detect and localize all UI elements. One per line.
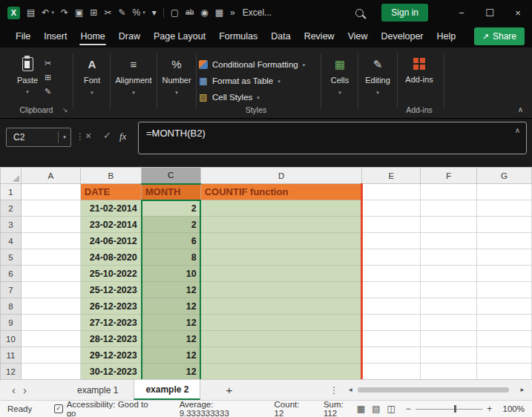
cell-F7[interactable] <box>421 282 477 298</box>
cell-C4[interactable]: 6 <box>141 233 200 249</box>
cut-icon[interactable]: ✂ <box>45 59 51 68</box>
cell-D7[interactable] <box>200 282 362 298</box>
camera-icon[interactable]: ◉ <box>200 8 208 17</box>
cell-A6[interactable] <box>21 266 80 282</box>
zoom-level[interactable]: 100% <box>499 404 525 413</box>
cell-F10[interactable] <box>421 331 477 347</box>
cell-G11[interactable] <box>477 347 532 364</box>
cell-C7[interactable]: 12 <box>141 282 200 298</box>
row-header-4[interactable]: 4 <box>1 233 22 249</box>
cell-styles-button[interactable]: ▧ Cell Styles ▾ <box>199 89 319 105</box>
cell-G12[interactable] <box>477 364 532 380</box>
cell-A4[interactable] <box>21 233 80 249</box>
cell-D3[interactable] <box>200 217 362 233</box>
row-header-8[interactable]: 8 <box>1 298 22 315</box>
format-painter-icon[interactable]: ✎ <box>118 8 125 17</box>
page-break-view-icon[interactable]: ◫ <box>387 404 395 414</box>
chevron-down-icon[interactable]: ▾ <box>51 10 54 16</box>
cell-F2[interactable] <box>421 200 477 217</box>
column-header-C[interactable]: C <box>141 168 200 184</box>
row-header-9[interactable]: 9 <box>1 315 22 331</box>
cell-D5[interactable] <box>200 249 362 266</box>
paste-icon[interactable]: ▣ <box>75 8 83 17</box>
cell-B9[interactable]: 27-12-2023 <box>80 315 141 331</box>
search-icon[interactable] <box>355 9 364 17</box>
cell-E9[interactable] <box>362 315 421 331</box>
tab-bar-options-icon[interactable]: ⋮ <box>329 385 338 395</box>
cell-C9[interactable]: 12 <box>141 315 200 331</box>
formula-input[interactable]: =MONTH(B2) <box>138 122 527 154</box>
zoom-slider[interactable] <box>416 404 482 413</box>
cell-E4[interactable] <box>362 233 421 249</box>
column-header-G[interactable]: G <box>477 168 532 184</box>
cell-A12[interactable] <box>21 364 80 380</box>
undo-icon[interactable]: ↶ <box>42 8 49 17</box>
cell-G10[interactable] <box>477 331 532 347</box>
add-ins-button[interactable]: Add-ins <box>400 58 439 84</box>
tab-formulas[interactable]: Formulas <box>212 25 264 47</box>
enter-icon[interactable]: ✓ <box>103 130 111 141</box>
close-button[interactable]: × <box>504 0 532 25</box>
cell-D12[interactable] <box>200 364 362 380</box>
tab-help[interactable]: Help <box>430 25 463 47</box>
scrollbar-thumb[interactable] <box>358 387 509 393</box>
overflow-icon[interactable]: » <box>230 8 235 17</box>
name-box[interactable]: C2 ▾ <box>6 128 71 147</box>
row-header-1[interactable]: 1 <box>1 184 22 200</box>
chevron-down-icon[interactable]: ▾ <box>59 134 70 140</box>
cell-A1[interactable] <box>21 184 80 200</box>
cell-B2[interactable]: 21-02-2014 <box>80 200 141 217</box>
cell-G3[interactable] <box>477 217 532 233</box>
cell-C5[interactable]: 8 <box>141 249 200 266</box>
cell-C11[interactable]: 12 <box>141 347 200 364</box>
cell-D9[interactable] <box>200 315 362 331</box>
cell-F12[interactable] <box>421 364 477 380</box>
cell-E11[interactable] <box>362 347 421 364</box>
cut-icon[interactable]: ✂ <box>104 8 111 17</box>
zoom-out-icon[interactable]: − <box>406 404 411 414</box>
cell-G8[interactable] <box>477 298 532 315</box>
tab-draw[interactable]: Draw <box>112 25 147 47</box>
scroll-right-icon[interactable]: ► <box>519 387 525 393</box>
format-painter-icon[interactable]: ✎ <box>45 88 51 96</box>
cell-E5[interactable] <box>362 249 421 266</box>
row-header-7[interactable]: 7 <box>1 282 22 298</box>
normal-view-icon[interactable]: ▦ <box>357 404 365 414</box>
tab-file[interactable]: File <box>9 25 37 47</box>
cell-E12[interactable] <box>362 364 421 380</box>
cancel-icon[interactable]: × <box>85 130 91 142</box>
cell-C2[interactable]: 2 <box>141 200 200 217</box>
cell-D1[interactable]: COUNTIF function <box>200 184 362 200</box>
cell-A9[interactable] <box>21 315 80 331</box>
cell-G5[interactable] <box>477 249 532 266</box>
tab-insert[interactable]: Insert <box>37 25 73 47</box>
row-header-6[interactable]: 6 <box>1 266 22 282</box>
table-grid-icon[interactable]: ▦ <box>215 8 223 17</box>
cell-B5[interactable]: 24-08-2020 <box>80 249 141 266</box>
cell-E8[interactable] <box>362 298 421 315</box>
cell-D6[interactable] <box>200 266 362 282</box>
cell-B7[interactable]: 25-12-2023 <box>80 282 141 298</box>
cell-B8[interactable]: 26-12-2023 <box>80 298 141 315</box>
horizontal-scrollbar[interactable]: ◄ ► <box>347 387 525 394</box>
cell-F8[interactable] <box>421 298 477 315</box>
scrollbar-track[interactable] <box>356 387 516 394</box>
column-header-B[interactable]: B <box>80 168 141 184</box>
redo-icon[interactable]: ↷ <box>61 8 68 17</box>
cell-B10[interactable]: 28-12-2023 <box>80 331 141 347</box>
maximize-button[interactable]: ☐ <box>476 0 504 25</box>
copy-icon[interactable]: ⊞ <box>45 73 51 82</box>
cell-A10[interactable] <box>21 331 80 347</box>
cell-G4[interactable] <box>477 233 532 249</box>
row-header-12[interactable]: 12 <box>1 364 22 380</box>
cell-D8[interactable] <box>200 298 362 315</box>
column-header-A[interactable]: A <box>21 168 80 184</box>
cell-E2[interactable] <box>362 200 421 217</box>
cell-B12[interactable]: 30-12-2023 <box>80 364 141 380</box>
cell-A8[interactable] <box>21 298 80 315</box>
save-icon[interactable]: ▤ <box>27 8 35 17</box>
cell-C1[interactable]: MONTH <box>141 184 200 200</box>
column-header-D[interactable]: D <box>200 168 362 184</box>
alignment-group-button[interactable]: ≡ Alignment ▾ <box>112 58 155 95</box>
minimize-button[interactable]: − <box>447 0 476 25</box>
